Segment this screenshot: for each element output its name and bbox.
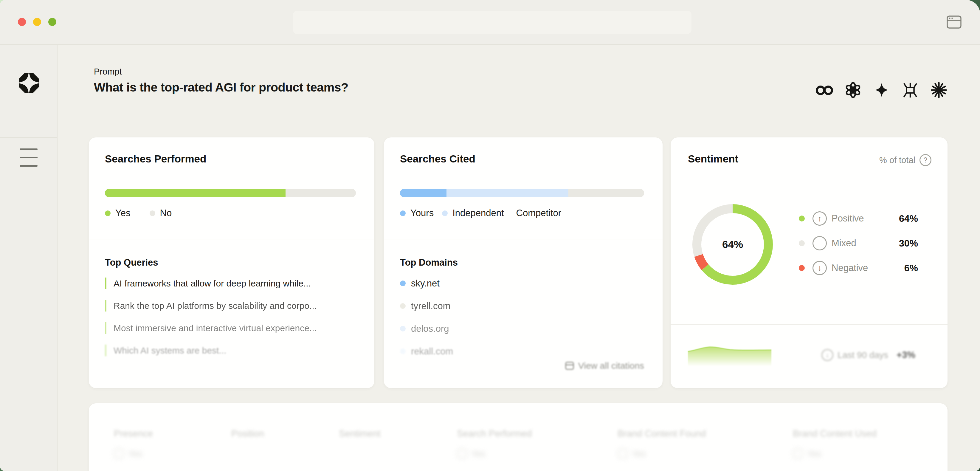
top-domains-heading: Top Domains — [400, 257, 458, 268]
sidebar-divider — [0, 137, 57, 138]
searches-cited-bar — [400, 189, 644, 197]
citations-window-icon — [565, 361, 574, 370]
checkbox-icon — [114, 449, 124, 459]
trend-label: Last 90 days — [838, 350, 888, 360]
sentiment-row-negative: ↓ Negative 6% — [799, 260, 918, 276]
top-queries-list: AI frameworks that allow for deep learni… — [105, 277, 363, 356]
arrow-down-icon: ↓ — [813, 261, 827, 275]
openai-icon[interactable] — [844, 81, 862, 99]
domain-name: delos.org — [411, 323, 449, 334]
legend-dot-yours — [400, 210, 406, 216]
meta-icon[interactable] — [816, 81, 834, 99]
sentiment-sparkline — [688, 344, 772, 366]
trend-arrow-icon: ↓ — [821, 349, 834, 361]
top-domains-list: sky.net tyrell.com delos.org rekall.com — [400, 277, 453, 357]
provider-icons — [816, 81, 948, 99]
bar-legend: Yours Independent Competitor — [400, 208, 570, 218]
app-logo-icon[interactable] — [16, 69, 42, 97]
trend-value: +3% — [897, 350, 915, 360]
legend-label-no: No — [160, 208, 172, 218]
mixed-dot — [799, 240, 805, 246]
perplexity-icon[interactable] — [901, 81, 919, 99]
zoom-window-button[interactable] — [48, 18, 56, 26]
legend-label-yours: Yours — [410, 208, 434, 218]
legend-dot-yes — [105, 210, 111, 216]
domain-item: rekall.com — [400, 345, 453, 357]
checkbox-icon — [457, 449, 467, 459]
page-title: What is the top-rated AGI for product te… — [94, 81, 348, 94]
minimize-window-button[interactable] — [33, 18, 41, 26]
card-divider — [671, 324, 948, 325]
results-table-card: Presence Position Sentiment Search Perfo… — [89, 403, 948, 471]
window-controls — [18, 18, 56, 26]
prompt-label: Prompt — [94, 67, 122, 76]
help-icon[interactable]: ? — [920, 154, 931, 166]
domain-item: tyrell.com — [400, 300, 453, 312]
sentiment-donut-chart: 64% — [692, 204, 773, 285]
domain-name: tyrell.com — [411, 301, 451, 312]
domain-item: sky.net — [400, 277, 453, 289]
query-item: Which AI systems are best... — [105, 345, 363, 356]
sentiment-value: 64% — [899, 213, 918, 224]
table-header-brand-content-used: Brand Content Used — [793, 428, 877, 439]
main-content: Prompt What is the top-rated AGI for pro… — [58, 45, 980, 471]
domain-name: rekall.com — [411, 346, 453, 357]
searches-performed-bar — [105, 189, 356, 197]
donut-center-value: 64% — [692, 204, 773, 285]
sentiment-label: Negative — [832, 263, 868, 274]
menu-icon[interactable] — [20, 148, 38, 167]
bar-segment-yes — [105, 189, 286, 197]
sentiment-value: 30% — [899, 238, 918, 249]
sentiment-legend: ↑ Positive 64% Mixed 30% ↓ Negative 6% — [799, 211, 918, 285]
domain-dot — [400, 280, 406, 286]
app-window: Prompt What is the top-rated AGI for pro… — [0, 0, 980, 471]
table-header-search-performed: Search Performed — [457, 428, 532, 439]
gemini-icon[interactable] — [873, 81, 891, 99]
sentiment-value: 6% — [904, 263, 918, 274]
table-cell: Yes — [457, 449, 485, 459]
domain-item: delos.org — [400, 323, 453, 334]
domain-dot — [400, 348, 406, 354]
table-header-presence: Presence — [114, 428, 153, 439]
circle-icon — [813, 236, 827, 250]
legend-dot-independent — [442, 210, 448, 216]
table-cell: Yes — [793, 449, 821, 459]
bar-segment-yours — [400, 189, 447, 197]
table-cell: Yes — [617, 449, 646, 459]
query-item: AI frameworks that allow for deep learni… — [105, 277, 363, 289]
legend-label-competitor: Competitor — [516, 208, 562, 218]
bar-segment-independent — [447, 189, 569, 197]
view-all-citations-label: View all citations — [578, 361, 644, 371]
card-title: Sentiment — [688, 153, 738, 165]
sentiment-row-positive: ↑ Positive 64% — [799, 211, 918, 226]
arrow-up-icon: ↑ — [813, 212, 827, 226]
searches-cited-card: Searches Cited Yours Independent Competi… — [384, 137, 663, 388]
claude-icon[interactable] — [930, 81, 948, 99]
legend-label-independent: Independent — [452, 208, 504, 218]
new-window-icon[interactable] — [947, 16, 961, 29]
table-header-sentiment: Sentiment — [339, 428, 380, 439]
checkbox-icon — [793, 449, 803, 459]
percent-of-total-label: % of total — [879, 155, 915, 165]
table-header-position: Position — [231, 428, 264, 439]
sidebar-divider — [0, 180, 57, 180]
searches-performed-card: Searches Performed Yes No Top Queries AI… — [89, 137, 374, 388]
view-all-citations-button[interactable]: View all citations — [565, 361, 644, 371]
close-window-button[interactable] — [18, 18, 26, 26]
sentiment-label: Positive — [832, 213, 864, 224]
trend-summary: ↓ Last 90 days +3% — [821, 349, 915, 361]
domain-dot — [400, 326, 406, 331]
top-queries-heading: Top Queries — [105, 257, 158, 268]
table-header-brand-content-found: Brand Content Found — [617, 428, 706, 439]
table-cell: Yes — [114, 449, 142, 459]
card-title: Searches Performed — [105, 153, 206, 165]
card-divider — [384, 239, 663, 239]
legend-dot-no — [150, 210, 155, 216]
domain-dot — [400, 303, 406, 309]
negative-dot — [799, 265, 805, 271]
positive-dot — [799, 216, 805, 221]
sidebar — [0, 45, 57, 471]
address-bar[interactable] — [293, 11, 692, 34]
sentiment-label: Mixed — [832, 238, 856, 248]
checkbox-icon — [617, 449, 628, 459]
